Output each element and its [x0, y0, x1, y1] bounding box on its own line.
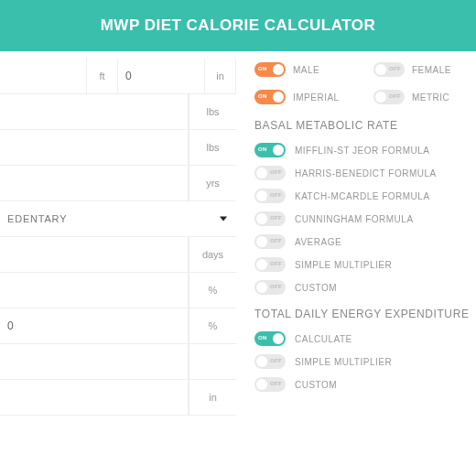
- bmr-heading: BASAL METABOLIC RATE: [254, 119, 476, 132]
- chevron-down-icon: [220, 217, 227, 222]
- tdee-option: ONCALCULATE: [254, 331, 476, 346]
- bmr-label-0: MIFFLIN-ST JEOR FORMULA: [295, 146, 429, 156]
- bmr-option: OFFSIMPLE MULTIPLIER: [254, 257, 476, 272]
- gender-male-toggle[interactable]: ON: [254, 62, 286, 77]
- tdee-toggle-1[interactable]: OFF: [254, 354, 286, 369]
- bmr-label-5: SIMPLE MULTIPLIER: [295, 260, 392, 270]
- bmr-label-6: CUSTOM: [295, 283, 337, 293]
- height-ft-input[interactable]: [0, 70, 86, 82]
- bmr-toggle-0[interactable]: ON: [254, 143, 286, 157]
- age-unit: yrs: [189, 166, 236, 200]
- bmr-toggle-1[interactable]: OFF: [254, 166, 286, 180]
- page-title: MWP DIET CALORIE CALCULATOR: [0, 0, 476, 51]
- pct1-unit: %: [189, 273, 236, 308]
- units-metric-toggle[interactable]: OFF: [373, 90, 405, 104]
- height-row: ft in: [0, 59, 236, 94]
- last-unit: in: [189, 380, 236, 415]
- bmr-option: OFFKATCH-MCARDLE FORMULA: [254, 189, 476, 203]
- gender-female-label: FEMALE: [412, 65, 451, 75]
- activity-select[interactable]: EDENTARY: [0, 201, 236, 236]
- bmr-toggle-5[interactable]: OFF: [254, 257, 286, 272]
- pct2-input[interactable]: [7, 319, 180, 332]
- bmr-option: OFFAVERAGE: [254, 234, 476, 249]
- bmr-option: ONMIFFLIN-ST JEOR FORMULA: [254, 143, 476, 157]
- tdee-toggle-2[interactable]: OFF: [254, 377, 286, 392]
- blank-unit: [189, 344, 236, 379]
- units-imperial-label: IMPERIAL: [293, 92, 340, 103]
- gender-male-label: MALE: [293, 65, 319, 75]
- bmr-toggle-2[interactable]: OFF: [254, 189, 286, 203]
- tdee-label-0: CALCULATE: [295, 334, 352, 344]
- weight2-input[interactable]: [7, 141, 180, 154]
- bmr-options: ONMIFFLIN-ST JEOR FORMULAOFFHARRIS-BENED…: [254, 143, 476, 295]
- bmr-label-3: CUNNINGHAM FORMULA: [295, 214, 414, 224]
- height-ft-unit: ft: [87, 59, 118, 93]
- blank-input[interactable]: [7, 355, 180, 368]
- pct2-unit: %: [189, 308, 236, 343]
- weight-input[interactable]: [7, 105, 180, 118]
- height-in-unit: in: [205, 59, 236, 93]
- bmr-option: OFFCUSTOM: [254, 280, 476, 295]
- bmr-label-4: AVERAGE: [295, 237, 341, 247]
- age-input[interactable]: [7, 177, 180, 189]
- tdee-option: OFFSIMPLE MULTIPLIER: [254, 354, 476, 369]
- height-in-input[interactable]: [118, 70, 204, 82]
- weight-unit: lbs: [189, 94, 236, 129]
- bmr-option: OFFCUNNINGHAM FORMULA: [254, 211, 476, 226]
- units-imperial-toggle[interactable]: ON: [254, 90, 286, 104]
- days-input[interactable]: [7, 248, 180, 261]
- pct1-input[interactable]: [7, 284, 180, 297]
- days-unit: days: [189, 237, 236, 272]
- activity-value: EDENTARY: [7, 213, 67, 224]
- tdee-label-1: SIMPLE MULTIPLIER: [295, 357, 392, 367]
- tdee-heading: TOTAL DAILY ENERGY EXPENDITURE: [254, 308, 476, 320]
- bmr-label-2: KATCH-MCARDLE FORMULA: [295, 191, 430, 201]
- input-panel: ft in lbs lbs yrs EDENTARY days % % in: [0, 51, 236, 416]
- tdee-options: ONCALCULATEOFFSIMPLE MULTIPLIEROFFCUSTOM: [254, 331, 476, 392]
- bmr-toggle-6[interactable]: OFF: [254, 280, 286, 295]
- tdee-label-2: CUSTOM: [295, 380, 337, 390]
- options-panel: ON MALE OFF FEMALE ON IMPERIAL OFF METRI…: [236, 51, 476, 416]
- weight2-unit: lbs: [189, 130, 236, 165]
- bmr-toggle-4[interactable]: OFF: [254, 234, 286, 249]
- last-input[interactable]: [7, 391, 180, 404]
- units-metric-label: METRIC: [412, 92, 449, 103]
- bmr-option: OFFHARRIS-BENEDICT FORMULA: [254, 166, 476, 180]
- bmr-label-1: HARRIS-BENEDICT FORMULA: [295, 168, 437, 178]
- tdee-toggle-0[interactable]: ON: [254, 331, 286, 346]
- bmr-toggle-3[interactable]: OFF: [254, 211, 286, 226]
- tdee-option: OFFCUSTOM: [254, 377, 476, 392]
- gender-female-toggle[interactable]: OFF: [373, 62, 405, 77]
